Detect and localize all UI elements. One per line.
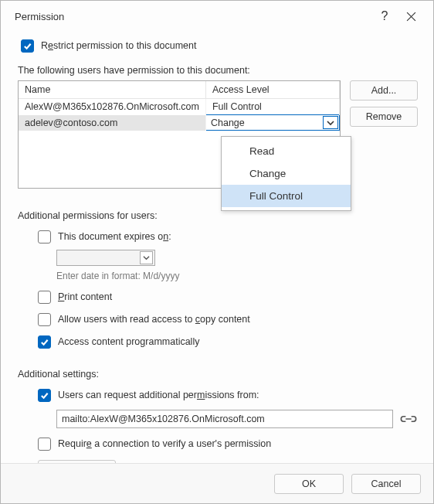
user-name-cell: AlexW@M365x102876.OnMicrosoft.com: [19, 99, 205, 115]
close-button[interactable]: [398, 3, 424, 29]
expires-checkbox[interactable]: [38, 230, 51, 243]
dropdown-toggle[interactable]: [323, 116, 338, 129]
popup-item-full-control[interactable]: Full Control: [222, 185, 351, 207]
request-url-input[interactable]: [56, 410, 393, 428]
request-label: Users can request additional permissions…: [58, 390, 259, 400]
additional-permissions-label: Additional permissions for users:: [18, 203, 418, 226]
popup-item-change[interactable]: Change: [222, 162, 351, 185]
request-checkbox[interactable]: [38, 389, 51, 402]
user-name-cell: adelev@contoso.com: [19, 115, 205, 131]
permission-dialog: Permission ? Restrict permission to this…: [0, 0, 434, 504]
check-icon: [40, 391, 49, 400]
add-button[interactable]: Add...: [350, 80, 418, 100]
popup-item-read[interactable]: Read: [222, 140, 351, 162]
copy-label: Allow users with read access to copy con…: [58, 315, 250, 325]
chevron-down-icon: [143, 254, 150, 261]
additional-settings-label: Additional settings:: [18, 361, 418, 384]
help-button[interactable]: ?: [371, 3, 398, 29]
remove-button[interactable]: Remove: [350, 107, 418, 127]
programmatic-row[interactable]: Access content programmatically: [18, 331, 418, 353]
dialog-title: Permission: [15, 11, 371, 22]
request-row[interactable]: Users can request additional permissions…: [18, 384, 418, 407]
restrict-checkbox[interactable]: [21, 39, 34, 53]
restrict-permission-row[interactable]: Restrict permission to this document: [18, 35, 418, 57]
require-connection-checkbox[interactable]: [38, 438, 51, 451]
table-row[interactable]: adelev@contoso.com Change: [19, 115, 340, 131]
table-row[interactable]: AlexW@M365x102876.OnMicrosoft.com Full C…: [19, 99, 340, 115]
print-checkbox[interactable]: [38, 291, 51, 304]
copy-checkbox[interactable]: [38, 313, 51, 326]
expires-label: This document expires on:: [58, 232, 171, 242]
col-level[interactable]: Access Level: [205, 81, 339, 99]
programmatic-checkbox[interactable]: [38, 335, 51, 349]
check-icon: [23, 42, 32, 50]
expire-date-input[interactable]: [56, 250, 155, 266]
print-row[interactable]: Print content: [18, 286, 418, 308]
copy-row[interactable]: Allow users with read access to copy con…: [18, 308, 418, 331]
dialog-footer: OK Cancel: [1, 463, 433, 503]
close-icon: [406, 12, 416, 22]
cancel-button[interactable]: Cancel: [351, 474, 421, 494]
require-connection-label: Require a connection to verify a user's …: [58, 439, 271, 449]
link-icon[interactable]: [399, 410, 418, 428]
titlebar: Permission ?: [1, 1, 433, 32]
chevron-down-icon: [327, 119, 334, 127]
access-level-dropdown[interactable]: Change: [205, 115, 339, 131]
users-caption: The following users have permission to t…: [18, 57, 418, 80]
expires-row[interactable]: This document expires on:: [18, 226, 418, 248]
user-level-cell: Full Control: [205, 99, 339, 115]
check-icon: [40, 338, 49, 346]
restrict-label: Restrict permission to this document: [41, 41, 196, 51]
access-level-popup[interactable]: Read Change Full Control: [221, 136, 351, 211]
print-label: Print content: [58, 292, 112, 302]
require-connection-row[interactable]: Require a connection to verify a user's …: [18, 433, 418, 455]
date-format-hint: Enter date in format: M/d/yyyy: [56, 271, 418, 281]
programmatic-label: Access content programmatically: [58, 337, 199, 347]
ok-button[interactable]: OK: [274, 474, 344, 494]
date-dropdown-toggle[interactable]: [140, 251, 153, 264]
col-name[interactable]: Name: [19, 81, 205, 99]
